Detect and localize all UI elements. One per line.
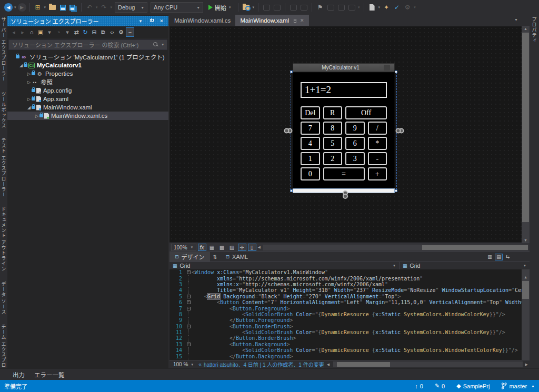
redo-caret[interactable]: ▾ — [110, 5, 113, 9]
save-all-icon[interactable] — [68, 2, 78, 13]
se-back-icon[interactable]: ◂ — [9, 27, 18, 37]
anchor-left-icon[interactable] — [285, 128, 293, 133]
tree-item-4[interactable]: App.config — [7, 86, 168, 95]
document-tab-MainWindow.xaml.cs[interactable]: MainWindow.xaml.cs — [169, 15, 235, 26]
new-item-icon[interactable]: ✦ — [382, 2, 391, 13]
resize-handle-bottomright[interactable] — [395, 189, 397, 192]
tree-item-2[interactable]: ▷⚙Properties — [7, 69, 168, 78]
hscroll-left-icon[interactable]: ◀ — [258, 245, 261, 249]
toggle-bookmark-icon[interactable]: ⚑ — [315, 2, 325, 13]
se-forward-icon[interactable]: ▸ — [18, 27, 27, 37]
open-folder-icon[interactable] — [47, 2, 57, 13]
calculator-display[interactable]: 1+1=2 — [301, 82, 387, 98]
editor-hscroll-left-icon[interactable]: ◀ — [327, 363, 330, 367]
left-tab-4[interactable]: データ ソース — [1, 282, 7, 315]
se-switch-views-icon[interactable]: ▣ — [36, 27, 45, 37]
editor-zoom-dropdown[interactable]: 100 % ▼ — [171, 361, 196, 368]
collapse-box-icon[interactable]: − — [187, 300, 191, 304]
se-preview-selected-icon[interactable]: − — [126, 27, 134, 37]
expand-icon[interactable]: ▷ — [34, 114, 39, 118]
se-view-code-icon[interactable]: ‹› — [108, 27, 116, 37]
undo-icon[interactable]: ↶ — [85, 2, 94, 13]
left-tab-0[interactable]: サーバー エクスプローラー — [1, 17, 7, 82]
resize-handle-topright[interactable] — [395, 71, 397, 73]
next-bookmark-icon[interactable] — [336, 2, 346, 13]
anchor-bottom-icon[interactable] — [342, 190, 347, 198]
scroll-up-icon[interactable]: ▲ — [522, 27, 530, 31]
calc-button-5[interactable]: 5 — [323, 137, 343, 150]
calc-button-4[interactable]: 4 — [301, 137, 320, 150]
tree-item-0[interactable]: ∞ソリューション 'MyCalculatorv1' (1 プロジェクト) — [7, 53, 168, 61]
split-vertical-button[interactable]: ▥ — [486, 254, 494, 260]
tree-item-7[interactable]: ▷MainWindow.xaml.cs — [7, 112, 168, 120]
show-snapgrid-button[interactable]: ▨ — [228, 244, 236, 251]
indent-decrease-icon[interactable] — [288, 2, 298, 13]
element-dropdown-right[interactable]: ▦ Grid ▼ — [400, 262, 530, 269]
editor-horizontal-scrollbar[interactable] — [333, 361, 523, 367]
swap-panes-icon[interactable]: ⇅ — [210, 254, 221, 260]
se-pending-caret[interactable]: ▾ — [63, 27, 72, 37]
editor-scroll-thumb[interactable] — [522, 281, 529, 299]
calc-button-2[interactable]: 2 — [323, 152, 343, 165]
collapse-icon[interactable]: ◢ — [26, 105, 32, 110]
find-in-files-icon[interactable] — [242, 2, 251, 13]
solution-search-box[interactable]: ソリューション エクスプローラー の検索 (Ctrl+:) ▾ — [8, 39, 167, 50]
start-debugging-button[interactable]: 開始▾ — [205, 2, 235, 13]
tree-item-6[interactable]: ◢MainWindow.xaml — [7, 103, 168, 112]
left-tab-3[interactable]: ドキュメント アウトライン — [1, 207, 7, 272]
expand-icon[interactable]: ▷ — [26, 80, 32, 85]
calc-button-0[interactable]: 0 — [301, 167, 320, 180]
designer-scroll-thumb[interactable] — [522, 33, 529, 222]
element-dropdown-left[interactable]: ▦ Grid ▼ — [169, 262, 400, 269]
calc-button-9[interactable]: 9 — [345, 122, 365, 135]
solution-explorer-titlebar[interactable]: ソリューション エクスプローラー ▾ ✕ — [7, 16, 168, 26]
right-tab-0[interactable]: プロパティ — [531, 17, 538, 43]
document-outline-icon[interactable] — [367, 2, 377, 13]
codelens-git-info[interactable]: « hattori atsuhito、4 日前 | 1 人の作成者、1 件の変更 — [198, 360, 324, 368]
pin-icon[interactable] — [147, 18, 155, 24]
fold-margin[interactable]: − — [185, 299, 192, 305]
calc-button--[interactable]: - — [368, 152, 387, 165]
git-push-count[interactable]: ↑ 0 — [415, 383, 423, 389]
se-switch-caret[interactable]: ▾ — [45, 27, 54, 37]
calc-button-8[interactable]: 8 — [323, 122, 343, 135]
nav-back-icon[interactable]: ◀ — [4, 3, 13, 12]
attach-caret[interactable]: ▾ — [413, 5, 416, 9]
calc-button-Off[interactable]: Off — [345, 106, 387, 119]
tab-design[interactable]: ⊡ デザイン — [169, 252, 210, 262]
se-properties-icon[interactable]: ⚙ — [117, 27, 125, 37]
fold-margin[interactable]: − — [185, 324, 192, 329]
collapse-box-icon[interactable]: − — [187, 295, 191, 298]
calc-button-3[interactable]: 3 — [345, 152, 365, 165]
bookmark-caret[interactable]: ▾ — [357, 5, 361, 9]
search-icon[interactable] — [153, 42, 158, 47]
calc-button-Del[interactable]: Del — [301, 106, 320, 119]
resize-handle-bottomleft[interactable] — [290, 189, 293, 192]
scroll-down-icon[interactable]: ▼ — [522, 238, 530, 242]
se-show-all-files-icon[interactable]: ⧉ — [99, 27, 107, 37]
save-icon[interactable] — [58, 2, 67, 13]
redo-icon[interactable]: ↷ — [99, 2, 109, 13]
attach-icon[interactable]: ⚙ — [403, 2, 412, 13]
expand-icon[interactable]: ▷ — [26, 97, 32, 102]
designed-window-titlebar[interactable]: MyCalculator v1 — [293, 63, 395, 72]
find-caret[interactable]: ▾ — [252, 5, 255, 9]
tab-pin-icon[interactable] — [292, 18, 297, 23]
se-refresh-icon[interactable]: ↻ — [81, 27, 89, 37]
se-home-icon[interactable]: ⌂ — [27, 27, 36, 37]
se-sync-icon[interactable]: ⇄ — [72, 27, 81, 37]
close-icon[interactable]: ✕ — [158, 18, 165, 24]
calc-button-*[interactable]: * — [368, 137, 387, 150]
calc-button-R[interactable]: R — [323, 106, 343, 119]
search-caret-icon[interactable]: ▾ — [162, 43, 164, 47]
editor-scroll-up-icon[interactable]: ▲ — [522, 275, 530, 279]
calc-button-1[interactable]: 1 — [301, 152, 320, 165]
git-branch[interactable]: master ▲ — [501, 383, 535, 389]
se-pending-changes-icon[interactable]: ◔ — [54, 27, 63, 37]
tab-close-icon[interactable]: ✕ — [300, 18, 304, 23]
calc-button-+[interactable]: + — [368, 167, 387, 180]
tree-item-3[interactable]: ▷▪▪参照 — [7, 78, 168, 86]
xaml-designer-surface[interactable]: MyCalculator v1 1+1=2 DelROff789/456*123… — [169, 26, 530, 243]
calc-button-=[interactable]: = — [323, 167, 365, 180]
collapse-box-icon[interactable]: − — [187, 307, 191, 310]
